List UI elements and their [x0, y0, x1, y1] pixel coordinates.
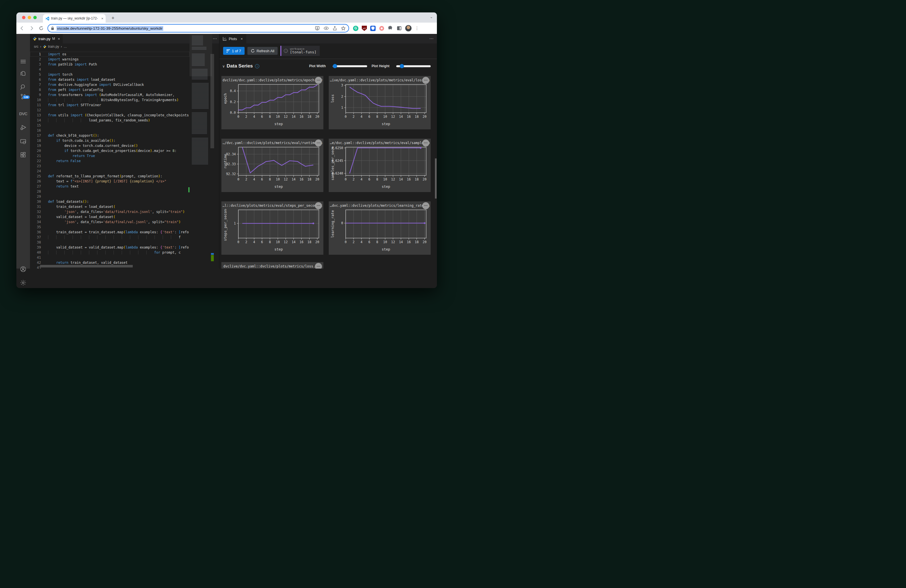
code-line[interactable]: 38 — [30, 240, 190, 245]
code-line[interactable]: 6from datasets import load_dataset — [30, 77, 190, 82]
new-tab-button[interactable]: + — [110, 15, 116, 21]
side-panel-icon[interactable] — [396, 25, 402, 31]
extensions-puzzle-icon[interactable] — [388, 25, 393, 31]
browser-menu-icon[interactable]: ⋮ — [415, 26, 419, 31]
plot-menu-icon[interactable]: ⋯ — [422, 140, 429, 147]
code-line[interactable]: 23 — [30, 164, 190, 169]
refresh-all-button[interactable]: Refresh All — [247, 47, 278, 55]
code-line[interactable]: 32 'json', data_files='data/final/train.… — [30, 209, 190, 214]
editor-horizontal-scrollbar[interactable] — [40, 265, 133, 268]
code-lines[interactable]: 1import os2import warnings3from pathlib … — [30, 52, 190, 269]
reload-button[interactable] — [37, 24, 45, 32]
code-line[interactable]: 10 BitsAndBytesConfig, TrainingArguments… — [30, 97, 190, 102]
code-line[interactable]: 7from dvclive.huggingface import DVCLive… — [30, 82, 190, 87]
code-line[interactable]: 8from peft import LoraConfig — [30, 87, 190, 92]
plot-menu-icon[interactable]: ⋯ — [422, 77, 429, 84]
code-line[interactable]: 20 if torch.cuda.get_device_properties(d… — [30, 148, 190, 153]
editor-tab-trainpy[interactable]: train.py M × — [30, 34, 63, 43]
plot-height-slider[interactable] — [396, 65, 431, 67]
extension-circle-icon[interactable] — [379, 25, 384, 31]
breadcrumb-file[interactable]: train.py — [48, 45, 59, 49]
code-line[interactable]: 40 for prompt, c — [30, 250, 190, 255]
code-line[interactable]: 26 text = f"<s>[INST] {prompt} [/INST] {… — [30, 179, 190, 184]
plot-menu-icon[interactable]: ⋯ — [422, 202, 429, 209]
slider-thumb[interactable] — [333, 64, 337, 69]
sidebar-item-explorer[interactable] — [16, 68, 30, 79]
code-line[interactable]: 5import torch — [30, 72, 190, 77]
plot-menu-icon[interactable]: ⋯ — [315, 263, 322, 269]
grammarly-extension-icon[interactable]: G — [353, 26, 358, 31]
code-line[interactable]: 35 — [30, 225, 190, 229]
code-line[interactable]: 4 — [30, 67, 190, 72]
sidebar-item-extensions[interactable] — [16, 150, 30, 161]
code-line[interactable]: 22 return False — [30, 158, 190, 164]
code-line[interactable]: 36 train_dataset = train_dataset.map(lam… — [30, 229, 190, 235]
code-line[interactable]: 24 — [30, 169, 190, 174]
zoom-window-button[interactable] — [33, 16, 37, 19]
plots-filter-button[interactable]: 1 of 7 — [223, 47, 244, 55]
code-line[interactable]: 33 valid_dataset = load_dataset( — [30, 214, 190, 220]
editor-vertical-scrollbar[interactable] — [211, 54, 214, 148]
editor-more-actions-icon[interactable]: ⋯ — [213, 36, 217, 41]
code-line[interactable]: 19 device = torch.cuda.current_device() — [30, 143, 190, 148]
breadcrumb-symbol-more[interactable]: … — [64, 45, 67, 49]
code-line[interactable]: 41 — [30, 255, 190, 260]
code-line[interactable]: 42 return train_dataset, valid_dataset — [30, 260, 190, 265]
plot-menu-icon[interactable]: ⋯ — [315, 140, 322, 147]
code-line[interactable]: 13from utils import (CheckpointCallback,… — [30, 113, 190, 118]
tab-search-icon[interactable]: ⌄ — [430, 15, 433, 19]
code-line[interactable]: 2import warnings — [30, 57, 190, 62]
browser-tab[interactable]: train.py — sky_workdir [ip-172- × — [43, 14, 105, 22]
forward-button[interactable] — [28, 24, 35, 32]
account-icon[interactable] — [16, 263, 30, 275]
code-line[interactable]: 14 load_params, fix_random_seeds) — [30, 118, 190, 123]
eye-icon[interactable] — [324, 26, 329, 30]
code-line[interactable]: 3from pathlib import Path — [30, 62, 190, 67]
code-line[interactable]: 31 train_dataset = load_dataset( — [30, 204, 190, 209]
url-text[interactable]: vscode.dev/tunnel/ip-172-31-39-255/home/… — [56, 26, 163, 31]
code-line[interactable]: 12 — [30, 108, 190, 113]
plots-tab-close-icon[interactable]: × — [241, 37, 243, 41]
share-icon[interactable] — [333, 26, 337, 31]
bookmark-star-icon[interactable] — [341, 26, 346, 31]
sidebar-item-run-debug[interactable] — [16, 122, 30, 133]
install-app-icon[interactable] — [315, 26, 320, 31]
editor-tab-close-icon[interactable]: × — [58, 37, 60, 41]
sidebar-item-dvc[interactable]: DVC — [16, 108, 30, 119]
code-line[interactable]: 37 f — [30, 235, 190, 240]
plots-tab[interactable]: Plots × — [219, 34, 246, 43]
code-line[interactable]: 15 — [30, 123, 190, 128]
profile-avatar[interactable] — [405, 25, 412, 32]
plot-menu-icon[interactable]: ⋯ — [315, 77, 322, 84]
back-button[interactable] — [18, 24, 26, 32]
sidebar-item-remote-explorer[interactable] — [16, 136, 30, 147]
menu-hamburger-icon[interactable] — [16, 56, 30, 67]
code-line[interactable]: 16 — [30, 128, 190, 133]
code-line[interactable]: 18 if torch.cuda.is_available(): — [30, 138, 190, 143]
plots-scrollbar[interactable] — [435, 158, 437, 199]
breadcrumb-root[interactable]: src — [34, 45, 38, 49]
workspace-chip[interactable]: i workspace [tonal-funs] — [281, 46, 320, 56]
slider-thumb[interactable] — [400, 64, 404, 69]
minimap[interactable] — [190, 34, 212, 269]
code-line[interactable]: 27 return text — [30, 184, 190, 189]
ublock-extension-icon[interactable]: uO — [362, 25, 367, 31]
info-icon[interactable]: i — [255, 64, 259, 69]
code-line[interactable]: 29 — [30, 194, 190, 199]
minimap-slider[interactable] — [190, 34, 212, 76]
plot-width-slider[interactable] — [333, 65, 367, 67]
code-line[interactable]: 39 valid_dataset = valid_dataset.map(lam… — [30, 245, 190, 250]
code-line[interactable]: 34 'json', data_files='data/final/val.js… — [30, 220, 190, 225]
sidebar-item-source-control[interactable]: 139 — [16, 91, 30, 102]
tab-close-icon[interactable]: × — [101, 16, 104, 21]
bitwarden-extension-icon[interactable] — [370, 26, 376, 31]
code-line[interactable]: 21 return True — [30, 153, 190, 158]
code-line[interactable]: 25def reformat_to_llama_prompt_format(pr… — [30, 174, 190, 179]
close-window-button[interactable] — [22, 16, 26, 19]
settings-gear-icon[interactable] — [16, 277, 30, 288]
code-line[interactable]: 17def check_bf16_support(): — [30, 133, 190, 138]
code-line[interactable]: 9from transformers import (AutoModelForC… — [30, 92, 190, 97]
macos-window-controls[interactable] — [22, 16, 37, 19]
code-line[interactable]: 1import os — [30, 52, 190, 57]
code-line[interactable]: 11from trl import SFTTrainer — [30, 102, 190, 108]
